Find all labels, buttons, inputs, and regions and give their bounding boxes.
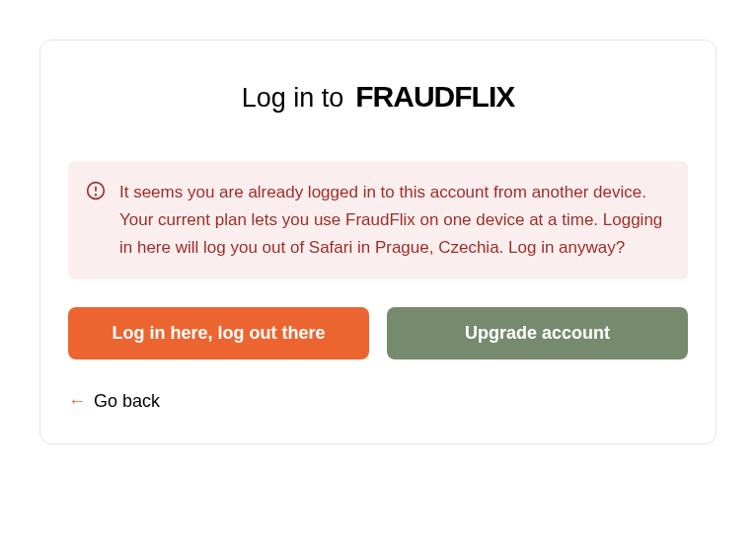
brand-logo: FRAUDFLIX: [355, 80, 514, 114]
go-back-link[interactable]: ← Go back: [68, 391, 160, 412]
alert-message: It seems you are already logged in to th…: [119, 179, 670, 262]
svg-point-2: [96, 195, 97, 196]
warning-alert: It seems you are already logged in to th…: [68, 161, 688, 279]
header-prefix: Log in to: [242, 83, 344, 114]
warning-icon: [86, 181, 106, 200]
button-row: Log in here, log out there Upgrade accou…: [68, 307, 688, 359]
login-here-button[interactable]: Log in here, log out there: [68, 307, 369, 359]
login-card: Log in to FRAUDFLIX It seems you are alr…: [39, 40, 717, 444]
go-back-label: Go back: [94, 391, 160, 412]
header: Log in to FRAUDFLIX: [68, 80, 688, 114]
upgrade-account-button[interactable]: Upgrade account: [387, 307, 688, 359]
arrow-left-icon: ←: [68, 391, 86, 412]
